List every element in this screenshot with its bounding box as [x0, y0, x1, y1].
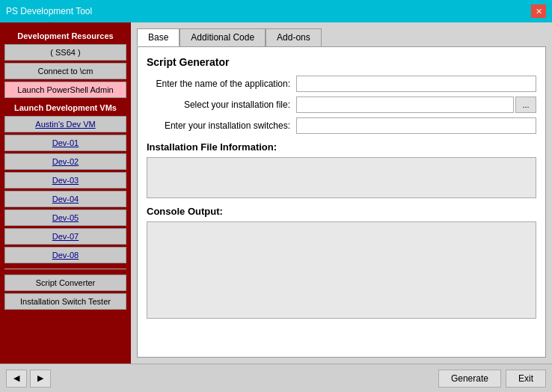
app-title: PS Development Tool — [6, 6, 92, 16]
install-switches-label: Enter your installation switches: — [147, 120, 296, 131]
ss64-button[interactable]: ( SS64 ) — [4, 44, 126, 61]
app-name-input[interactable] — [296, 76, 536, 92]
vm-btn-dev08[interactable]: Dev-08 — [4, 247, 126, 263]
browse-button[interactable]: ... — [515, 97, 536, 113]
install-info-output — [147, 157, 536, 198]
install-switches-input[interactable] — [296, 117, 536, 134]
prev-button[interactable]: ◀ — [6, 370, 27, 388]
generate-button[interactable]: Generate — [438, 370, 501, 388]
script-generator-title: Script Generator — [147, 56, 536, 68]
install-switches-row: Enter your installation switches: — [147, 117, 536, 134]
close-button[interactable]: ✕ — [531, 4, 546, 18]
tab-additional-code[interactable]: Additional Code — [180, 28, 266, 46]
vm-btn-dev03[interactable]: Dev-03 — [4, 172, 126, 189]
tab-bar: Base Additional Code Add-ons — [137, 28, 546, 46]
app-name-row: Enter the name of the application: — [147, 76, 536, 92]
title-bar: PS Development Tool ✕ — [0, 0, 552, 22]
launch-admin-button[interactable]: Launch PowerShell Admin — [4, 82, 126, 98]
tab-addons[interactable]: Add-ons — [266, 28, 322, 46]
vm-btn-dev07[interactable]: Dev-07 — [4, 228, 126, 245]
content-area: Base Additional Code Add-ons Script Gene… — [131, 22, 552, 364]
vm-btn-dev01[interactable]: Dev-01 — [4, 135, 126, 151]
main-layout: Development Resources ( SS64 ) Connect t… — [0, 22, 552, 364]
action-buttons: Generate Exit — [438, 370, 546, 388]
install-file-row: Select your installation file: ... — [147, 97, 536, 113]
install-switch-tester-button[interactable]: Installation Switch Tester — [4, 293, 126, 310]
tab-base[interactable]: Base — [137, 28, 180, 46]
vm-btn-dev04[interactable]: Dev-04 — [4, 191, 126, 207]
nav-buttons: ◀ ▶ — [6, 370, 51, 388]
exit-button[interactable]: Exit — [506, 370, 546, 388]
vm-btn-austins[interactable]: Austin's Dev VM — [4, 116, 126, 132]
sidebar: Development Resources ( SS64 ) Connect t… — [0, 22, 131, 364]
console-output — [147, 221, 536, 319]
install-file-label: Select your installation file: — [147, 99, 296, 110]
connect-button[interactable]: Connect to \cm — [4, 63, 126, 79]
vm-btn-dev02[interactable]: Dev-02 — [4, 153, 126, 170]
console-title: Console Output: — [147, 206, 536, 217]
install-info-title: Installation File Information: — [147, 141, 536, 153]
script-converter-button[interactable]: Script Converter — [4, 275, 126, 291]
app-name-label: Enter the name of the application: — [147, 79, 296, 89]
tab-content: Script Generator Enter the name of the a… — [137, 46, 546, 358]
sidebar-divider — [4, 269, 126, 269]
vm-btn-dev05[interactable]: Dev-05 — [4, 209, 126, 226]
install-file-input[interactable] — [296, 97, 514, 113]
bottom-bar: ◀ ▶ Generate Exit — [0, 364, 552, 392]
dev-resources-title: Development Resources — [4, 30, 126, 42]
next-button[interactable]: ▶ — [30, 370, 51, 388]
launch-vms-title: Launch Development VMs — [4, 102, 126, 114]
